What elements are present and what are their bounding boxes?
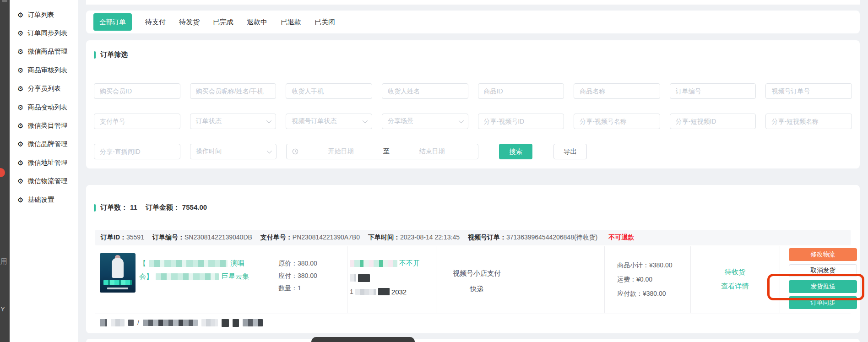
tab-pending-payment[interactable]: 待支付: [145, 18, 166, 27]
order-id-value: 35591: [126, 233, 144, 242]
filter-input-receiver-phone[interactable]: [286, 83, 372, 99]
notification-badge: [0, 168, 5, 177]
column-divider: [780, 246, 780, 313]
gear-icon: ⚙: [17, 122, 23, 129]
next-panel-partial: [86, 339, 860, 342]
shipment-push-button[interactable]: 发货推送: [789, 280, 857, 293]
pay-no-label: 支付单号：: [260, 233, 293, 242]
chevron-down-icon: [363, 118, 368, 123]
buyer-fragment: 不不开: [399, 259, 420, 268]
filter-input-order-sn[interactable]: [670, 83, 756, 99]
payment-method: 视频号小店支付: [436, 269, 518, 278]
sidebar-item-label: 微信商品管理: [27, 47, 67, 56]
filter-input-channel-order-no[interactable]: [765, 83, 852, 99]
filter-input-share-channel-id[interactable]: [478, 114, 564, 129]
filter-select-channel-order-status[interactable]: 视频号订单状态: [286, 114, 372, 129]
tab-completed[interactable]: 已完成: [213, 18, 233, 27]
sidebar-item-label: 订单列表: [27, 11, 54, 19]
censored-block: [201, 319, 218, 326]
sidebar-item-product-change-list[interactable]: ⚙商品变动列表: [10, 98, 78, 116]
sidebar-item-basic-settings[interactable]: ⚙基础设置: [10, 190, 78, 209]
filter-input-share-video-name[interactable]: [765, 114, 852, 129]
censored-block: [143, 320, 198, 326]
title-fragment: 巨星云集: [222, 272, 249, 281]
sidebar-item-wechat-brand-mgmt[interactable]: ⚙微信品牌管理: [10, 135, 78, 153]
sidebar-item-label: 微信地址管理: [27, 158, 67, 167]
poster-figure: [112, 258, 124, 278]
filter-input-receiver-name[interactable]: [382, 83, 468, 99]
select-placeholder: 订单状态: [196, 117, 222, 125]
gear-icon: ⚙: [17, 141, 23, 147]
tab-pending-shipment[interactable]: 待发货: [179, 18, 200, 27]
tab-all-orders[interactable]: 全部订单: [93, 13, 132, 31]
order-header: 订单ID：35591 订单编号：SN23081422139040DB 支付单号：…: [95, 230, 851, 245]
censored-block: [111, 319, 125, 326]
modify-logistics-button[interactable]: 修改物流: [789, 248, 857, 261]
sidebar-item-wechat-address-mgmt[interactable]: ⚙微信地址管理: [10, 153, 78, 172]
date-range-picker[interactable]: 开始日期 至 结束日期: [286, 144, 478, 159]
filter-input-pay-no[interactable]: [94, 114, 180, 129]
cancel-shipment-button[interactable]: 取消发货: [789, 264, 857, 277]
filter-input-share-video-id[interactable]: [670, 114, 756, 129]
price-payable: 应付：380.00: [278, 270, 317, 282]
sidebar-item-wechat-category-mgmt[interactable]: ⚙微信类目管理: [10, 116, 78, 135]
totals-column: 商品小计：¥380.00 运费：¥0.00 应付款：¥380.00: [617, 258, 673, 301]
order-id-label: 订单ID：: [101, 233, 126, 242]
order-sync-button[interactable]: 订单同步: [789, 296, 857, 309]
filter-row-3: 操作时间 开始日期 至 结束日期 搜索 导出: [94, 144, 852, 159]
order-summary: 订单数：11 订单金额：7554.00: [94, 203, 207, 212]
select-placeholder: 操作时间: [196, 147, 222, 156]
sidebar-item-order-list[interactable]: ⚙订单列表: [10, 5, 78, 24]
address-separator: /: [137, 319, 139, 326]
tab-refunding[interactable]: 退款中: [247, 18, 267, 27]
order-time-value: 2023-08-14 22:13:45: [400, 233, 460, 242]
poster-subtitle-art: [107, 288, 128, 289]
gear-icon: ⚙: [17, 11, 23, 18]
sidebar-item-label: 微信物流管理: [27, 177, 67, 185]
censored-block: [350, 274, 356, 282]
sidebar-item-product-review-list[interactable]: ⚙商品审核列表: [10, 61, 78, 79]
column-divider: [347, 246, 347, 313]
sidebar-item-label: 微信品牌管理: [27, 140, 67, 148]
gear-icon: ⚙: [17, 85, 23, 92]
gear-icon: ⚙: [17, 178, 23, 185]
filter-input-product-id[interactable]: [478, 83, 564, 99]
start-date-placeholder[interactable]: 开始日期: [300, 147, 381, 156]
filter-input-buyer-nickname[interactable]: [190, 83, 277, 99]
sidebar-item-wechat-product-mgmt[interactable]: ⚙微信商品管理: [10, 43, 78, 61]
censored-block: [378, 288, 390, 295]
order-status-text: 待收货: [690, 268, 780, 277]
product-title[interactable]: 【 演唱 会】 巨星云集: [139, 258, 281, 285]
sidebar-item-wechat-logistics-mgmt[interactable]: ⚙微信物流管理: [10, 172, 78, 190]
column-divider: [518, 246, 518, 313]
filter-select-order-status[interactable]: 订单状态: [190, 114, 277, 129]
filter-input-product-name[interactable]: [574, 83, 660, 99]
freight: 运费：¥0.00: [617, 272, 673, 287]
title-fragment: 演唱: [230, 259, 244, 268]
export-button[interactable]: 导出: [553, 144, 587, 159]
poster-title-art: [103, 280, 132, 285]
filter-select-op-time[interactable]: 操作时间: [190, 144, 277, 159]
order-status-tabs: 全部订单 待支付 待发货 已完成 退款中 已退款 已关闭: [86, 11, 860, 33]
order-row: 【 演唱 会】 巨星云集 原价：380.00 应付：380.00 数量：1 不不…: [95, 245, 851, 314]
title-fragment: 【: [139, 259, 146, 268]
filter-input-share-live-id[interactable]: [94, 144, 180, 159]
view-detail-link[interactable]: 查看详情: [690, 282, 780, 291]
gear-icon: ⚙: [17, 159, 23, 166]
filter-select-share-scene[interactable]: 分享场景: [382, 114, 468, 129]
end-date-placeholder[interactable]: 结束日期: [391, 147, 472, 156]
gear-icon: ⚙: [17, 30, 23, 37]
tab-closed[interactable]: 已关闭: [315, 18, 335, 27]
subtotal: 商品小计：¥380.00: [617, 258, 673, 272]
column-divider: [436, 246, 436, 313]
filter-section-title: 订单筛选: [94, 50, 128, 59]
tab-refunded[interactable]: 已退款: [281, 18, 301, 27]
sidebar-item-order-sync-list[interactable]: ⚙订单同步列表: [10, 24, 78, 42]
search-button[interactable]: 搜索: [499, 144, 532, 159]
filter-input-share-channel-name[interactable]: [574, 114, 660, 129]
chevron-down-icon: [267, 148, 272, 153]
sidebar-item-sharer-list[interactable]: ⚙分享员列表: [10, 80, 78, 98]
sidebar-item-label: 商品变动列表: [27, 103, 67, 112]
filter-input-buyer-id[interactable]: [94, 83, 180, 99]
date-separator-label: 至: [383, 147, 390, 156]
